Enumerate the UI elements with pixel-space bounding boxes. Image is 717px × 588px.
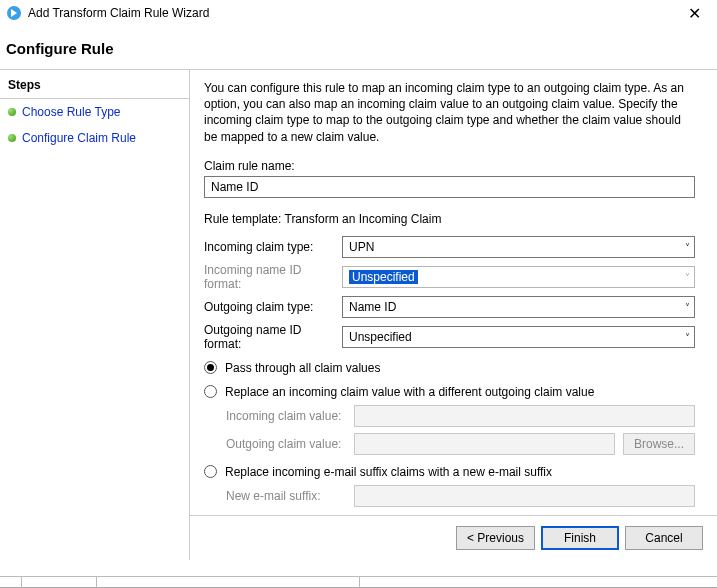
outgoing-type-label: Outgoing claim type: (204, 300, 334, 314)
footer-buttons: < Previous Finish Cancel (190, 515, 717, 560)
radio-pass-through[interactable]: Pass through all claim values (204, 361, 695, 375)
chevron-down-icon: ˅ (685, 271, 690, 282)
chevron-down-icon: ˅ (685, 331, 690, 342)
incoming-format-select: Unspecified ˅ (342, 266, 695, 288)
outgoing-value-label: Outgoing claim value: (226, 437, 346, 451)
close-icon[interactable]: ✕ (679, 4, 709, 23)
incoming-type-select[interactable]: UPN ˅ (342, 236, 695, 258)
incoming-format-label: Incoming name ID format: (204, 263, 334, 291)
rule-template-text: Rule template: Transform an Incoming Cla… (204, 212, 695, 226)
finish-button[interactable]: Finish (541, 526, 619, 550)
radio-icon (204, 385, 217, 398)
radio-replace-value[interactable]: Replace an incoming claim value with a d… (204, 385, 695, 399)
rule-name-input[interactable] (204, 176, 695, 198)
step-bullet-icon (8, 108, 16, 116)
step-choose-rule-type[interactable]: Choose Rule Type (0, 99, 189, 125)
incoming-value-input (354, 405, 695, 427)
new-suffix-label: New e-mail suffix: (226, 489, 346, 503)
steps-sidebar: Steps Choose Rule Type Configure Claim R… (0, 70, 190, 560)
radio-label: Replace incoming e-mail suffix claims wi… (225, 465, 552, 479)
page-header: Configure Rule (0, 30, 717, 69)
description-text: You can configure this rule to map an in… (204, 80, 695, 145)
incoming-type-value: UPN (349, 240, 374, 254)
radio-icon (204, 361, 217, 374)
outgoing-format-label: Outgoing name ID format: (204, 323, 334, 351)
chevron-down-icon: ˅ (685, 241, 690, 252)
titlebar: Add Transform Claim Rule Wizard ✕ (0, 0, 717, 30)
statusbar-fragment (0, 576, 717, 588)
radio-replace-suffix[interactable]: Replace incoming e-mail suffix claims wi… (204, 465, 695, 479)
main-panel: You can configure this rule to map an in… (190, 70, 717, 560)
window-title: Add Transform Claim Rule Wizard (28, 6, 679, 20)
step-configure-claim-rule[interactable]: Configure Claim Rule (0, 125, 189, 151)
browse-button: Browse... (623, 433, 695, 455)
outgoing-type-value: Name ID (349, 300, 396, 314)
radio-icon (204, 465, 217, 478)
incoming-format-value: Unspecified (349, 270, 418, 284)
cancel-button[interactable]: Cancel (625, 526, 703, 550)
step-label: Choose Rule Type (22, 105, 121, 119)
incoming-type-label: Incoming claim type: (204, 240, 334, 254)
outgoing-type-select[interactable]: Name ID ˅ (342, 296, 695, 318)
step-bullet-icon (8, 134, 16, 142)
chevron-down-icon: ˅ (685, 301, 690, 312)
radio-label: Replace an incoming claim value with a d… (225, 385, 594, 399)
new-suffix-input (354, 485, 695, 507)
outgoing-format-select[interactable]: Unspecified ˅ (342, 326, 695, 348)
incoming-value-label: Incoming claim value: (226, 409, 346, 423)
radio-label: Pass through all claim values (225, 361, 380, 375)
wizard-icon (6, 5, 22, 21)
outgoing-format-value: Unspecified (349, 330, 412, 344)
rule-name-label: Claim rule name: (204, 159, 695, 173)
outgoing-value-input (354, 433, 615, 455)
step-label: Configure Claim Rule (22, 131, 136, 145)
steps-heading: Steps (0, 76, 189, 99)
previous-button[interactable]: < Previous (456, 526, 535, 550)
